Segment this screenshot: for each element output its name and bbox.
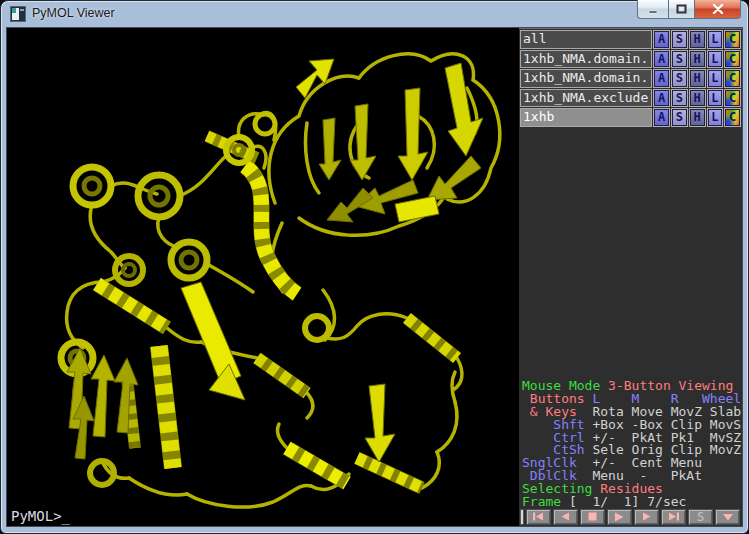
c-menu-button[interactable]: C <box>724 89 741 108</box>
h-menu-button[interactable]: H <box>689 89 706 108</box>
protein-structure-1xhb <box>7 28 519 526</box>
a-menu-button[interactable]: A <box>653 30 670 49</box>
l-menu-button[interactable]: L <box>707 69 724 88</box>
pymol-window: PyMOL Viewer <box>0 0 749 534</box>
l-menu-button[interactable]: L <box>707 30 724 49</box>
step-forward-icon <box>642 512 651 521</box>
app-icon <box>10 6 26 22</box>
c-menu-button[interactable]: C <box>724 108 741 127</box>
maximize-icon <box>676 4 687 14</box>
mouse-panel: Mouse Mode 3-Button Viewing Buttons L M … <box>522 380 741 509</box>
step-backward-icon <box>560 512 570 521</box>
s-menu-button[interactable]: S <box>671 69 688 88</box>
scroll-grip[interactable] <box>520 509 524 525</box>
object-row: 1xhb_NMA.domain.ASHLC <box>520 50 741 69</box>
stop-button[interactable] <box>580 509 605 526</box>
object-action-buttons: ASHLC <box>653 89 741 108</box>
step-forward-button[interactable] <box>634 509 659 526</box>
playback-menu-button[interactable] <box>715 509 740 526</box>
minimize-button[interactable] <box>637 0 668 19</box>
object-label[interactable]: all <box>520 30 652 49</box>
object-rows: allASHLC1xhb_NMA.domain.ASHLC1xhb_NMA.do… <box>520 30 741 128</box>
object-label[interactable]: 1xhb <box>520 108 652 127</box>
l-menu-button[interactable]: L <box>707 50 724 69</box>
command-prompt[interactable]: PyMOL>_ <box>11 508 70 524</box>
s-menu-button[interactable]: S <box>671 108 688 127</box>
h-menu-button[interactable]: H <box>689 108 706 127</box>
object-action-buttons: ASHLC <box>653 69 741 88</box>
object-action-buttons: ASHLC <box>653 108 741 127</box>
step-backward-button[interactable] <box>553 509 578 526</box>
c-menu-button[interactable]: C <box>724 30 741 49</box>
mouse-panel-line: Frame [ 1/ 1] 7/sec <box>522 496 741 509</box>
menu-down-arrow-icon <box>722 513 734 521</box>
object-action-buttons: ASHLC <box>653 50 741 69</box>
window-title: PyMOL Viewer <box>32 6 115 20</box>
stop-icon <box>588 512 597 521</box>
playback-controls: S <box>526 509 740 526</box>
minimize-icon <box>647 5 659 14</box>
l-menu-button[interactable]: L <box>707 89 724 108</box>
h-menu-button[interactable]: H <box>689 69 706 88</box>
internal-gui-panel: allASHLC1xhb_NMA.domain.ASHLC1xhb_NMA.do… <box>519 28 742 526</box>
maximize-button[interactable] <box>668 0 695 19</box>
s-mode-button[interactable]: S <box>688 509 713 526</box>
s-menu-button[interactable]: S <box>671 89 688 108</box>
skip-to-end-icon <box>668 512 680 521</box>
object-row: allASHLC <box>520 30 741 49</box>
a-menu-button[interactable]: A <box>653 108 670 127</box>
s-mode-label: S <box>697 511 704 523</box>
skip-to-end-button[interactable] <box>661 509 686 526</box>
play-button[interactable] <box>607 509 632 526</box>
close-button[interactable] <box>695 0 741 19</box>
object-label[interactable]: 1xhb_NMA.domain. <box>520 69 652 88</box>
skip-to-start-button[interactable] <box>526 509 551 526</box>
s-menu-button[interactable]: S <box>671 30 688 49</box>
a-menu-button[interactable]: A <box>653 50 670 69</box>
close-icon <box>712 4 724 14</box>
object-row: 1xhb_NMA.excludeASHLC <box>520 89 741 108</box>
a-menu-button[interactable]: A <box>653 69 670 88</box>
object-row: 1xhb_NMA.domain.ASHLC <box>520 69 741 88</box>
h-menu-button[interactable]: H <box>689 50 706 69</box>
object-action-buttons: ASHLC <box>653 30 741 49</box>
window-content: PyMOL>_ allASHLC1xhb_NMA.domain.ASHLC1xh… <box>6 27 743 527</box>
c-menu-button[interactable]: C <box>724 50 741 69</box>
object-label[interactable]: 1xhb_NMA.exclude <box>520 89 652 108</box>
s-menu-button[interactable]: S <box>671 50 688 69</box>
viewport[interactable]: PyMOL>_ <box>7 28 519 526</box>
a-menu-button[interactable]: A <box>653 89 670 108</box>
play-icon <box>614 512 624 522</box>
titlebar[interactable]: PyMOL Viewer <box>0 0 749 28</box>
h-menu-button[interactable]: H <box>689 30 706 49</box>
object-label[interactable]: 1xhb_NMA.domain. <box>520 50 652 69</box>
c-menu-button[interactable]: C <box>724 69 741 88</box>
skip-to-start-icon <box>532 512 544 521</box>
l-menu-button[interactable]: L <box>707 108 724 127</box>
object-row: 1xhbASHLC <box>520 108 741 127</box>
